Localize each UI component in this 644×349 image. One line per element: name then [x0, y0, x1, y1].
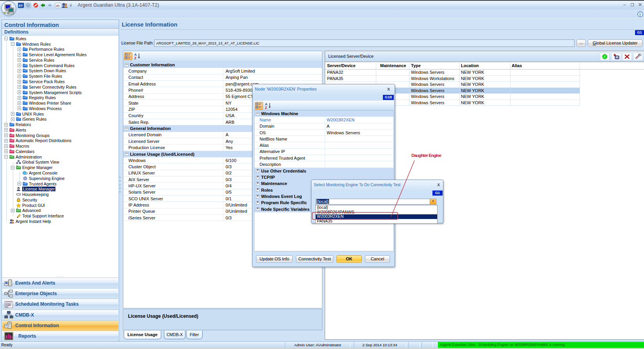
- svg-text:ab: ab: [56, 4, 60, 7]
- svg-text:DT: DT: [19, 4, 23, 7]
- svg-text:i: i: [640, 12, 641, 16]
- svg-text:Z: Z: [265, 106, 267, 109]
- svg-text:Z: Z: [134, 56, 136, 60]
